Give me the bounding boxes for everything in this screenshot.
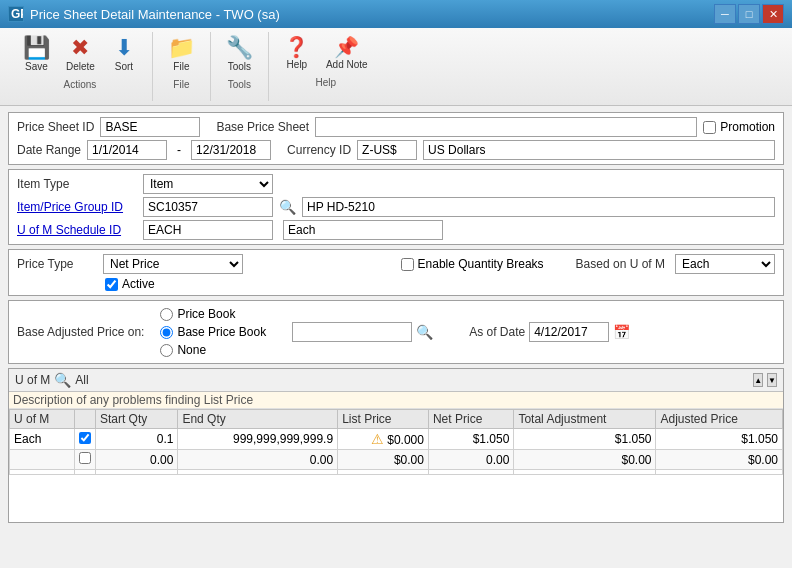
cell-uom: [10, 470, 75, 475]
cell-check: [74, 470, 95, 475]
active-label[interactable]: Active: [105, 277, 155, 291]
cell-list-price: $0.00: [338, 450, 429, 470]
col-start-qty: Start Qty: [95, 410, 177, 429]
cell-uom: [10, 450, 75, 470]
grid-all-label: All: [75, 373, 88, 387]
lookup-icon[interactable]: 🔍: [279, 199, 296, 215]
price-type-section: Price Type Net Price % of List Markup % …: [8, 249, 784, 296]
save-label: Save: [25, 61, 48, 72]
cell-list-price: ⚠ $0.000: [338, 429, 429, 450]
tools-group-label: Tools: [228, 79, 251, 90]
col-end-qty: End Qty: [178, 410, 338, 429]
sort-label: Sort: [115, 61, 133, 72]
price-type-row: Price Type Net Price % of List Markup % …: [17, 254, 775, 274]
base-price-sheet-input[interactable]: [315, 117, 697, 137]
price-book-lookup-input[interactable]: [292, 322, 412, 342]
sort-button[interactable]: ⬇ Sort: [104, 32, 144, 77]
base-price-book-radio[interactable]: [160, 326, 173, 339]
cell-check[interactable]: [74, 429, 95, 450]
window-title: Price Sheet Detail Maintenance - TWO (sa…: [30, 7, 280, 22]
save-icon: 💾: [23, 37, 50, 59]
cell-total-adj: [514, 470, 656, 475]
promotion-checkbox[interactable]: [703, 121, 716, 134]
none-radio-label[interactable]: None: [160, 343, 266, 357]
cell-adj-price: $0.00: [656, 450, 783, 470]
base-adj-radio-group: Price Book Base Price Book None: [160, 307, 266, 357]
currency-id-input[interactable]: [357, 140, 417, 160]
cell-total-adj: $0.00: [514, 450, 656, 470]
item-section: Item Type Item Price Group Item/Price Gr…: [8, 169, 784, 245]
calendar-icon[interactable]: 📅: [613, 324, 630, 340]
none-radio[interactable]: [160, 344, 173, 357]
minimize-button[interactable]: ─: [714, 4, 736, 24]
cell-check[interactable]: [74, 450, 95, 470]
header-section: Price Sheet ID Base Price Sheet Promotio…: [8, 112, 784, 165]
table-row: 0.00 0.00 $0.00 0.00 $0.00 $0.00: [10, 450, 783, 470]
price-sheet-id-label: Price Sheet ID: [17, 120, 94, 134]
item-description-input[interactable]: [302, 197, 775, 217]
data-grid: U of M Start Qty End Qty List Price Net …: [9, 409, 783, 475]
uom-schedule-desc-input[interactable]: [283, 220, 443, 240]
add-note-label: Add Note: [326, 59, 368, 70]
actions-group: 💾 Save ✖ Delete ⬇ Sort Actions: [8, 32, 153, 101]
grid-header: U of M 🔍 All ▲ ▼: [9, 369, 783, 392]
maximize-button[interactable]: □: [738, 4, 760, 24]
date-to-input[interactable]: [191, 140, 271, 160]
grid-container: Description of any problems finding List…: [9, 392, 783, 522]
tools-group: 🔧 Tools Tools: [211, 32, 269, 101]
help-group-label: Help: [315, 77, 336, 88]
grid-search-icon[interactable]: 🔍: [54, 372, 71, 388]
table-row: Each 0.1 999,999,999,999.9 ⚠ $0.000 $1.0…: [10, 429, 783, 450]
cell-start-qty: [95, 470, 177, 475]
promotion-checkbox-label[interactable]: Promotion: [703, 120, 775, 134]
as-of-date-input[interactable]: [529, 322, 609, 342]
save-button[interactable]: 💾 Save: [16, 32, 57, 77]
price-book-lookup-icon[interactable]: 🔍: [416, 324, 433, 340]
col-net-price: Net Price: [428, 410, 513, 429]
close-button[interactable]: ✕: [762, 4, 784, 24]
help-button[interactable]: ❓ Help: [277, 32, 317, 75]
add-note-button[interactable]: 📌 Add Note: [319, 32, 375, 75]
currency-name-input[interactable]: [423, 140, 775, 160]
cell-end-qty: 0.00: [178, 450, 338, 470]
col-uom: U of M: [10, 410, 75, 429]
base-adjusted-section: Base Adjusted Price on: Price Book Base …: [8, 300, 784, 364]
item-type-select[interactable]: Item Price Group: [143, 174, 273, 194]
tools-button[interactable]: 🔧 Tools: [219, 32, 260, 77]
help-icon: ❓: [284, 37, 309, 57]
delete-label: Delete: [66, 61, 95, 72]
scroll-down-btn[interactable]: ▼: [767, 373, 777, 387]
price-sheet-id-input[interactable]: [100, 117, 200, 137]
file-label: File: [173, 61, 189, 72]
enable-qty-breaks-label[interactable]: Enable Quantity Breaks: [401, 257, 544, 271]
tools-icon: 🔧: [226, 37, 253, 59]
uom-schedule-input[interactable]: [143, 220, 273, 240]
help-label: Help: [287, 59, 308, 70]
file-button[interactable]: 📁 File: [161, 32, 202, 77]
price-book-radio[interactable]: [160, 308, 173, 321]
warning-text: Description of any problems finding List…: [13, 393, 253, 407]
active-checkbox[interactable]: [105, 278, 118, 291]
toolbar: 💾 Save ✖ Delete ⬇ Sort Actions 📁 File Fi…: [0, 28, 792, 106]
item-price-group-input[interactable]: [143, 197, 273, 217]
warning-icon: ⚠: [371, 431, 384, 447]
sort-icon: ⬇: [115, 37, 133, 59]
delete-button[interactable]: ✖ Delete: [59, 32, 102, 77]
scroll-up-btn[interactable]: ▲: [753, 373, 763, 387]
base-adj-price-label: Base Adjusted Price on:: [17, 325, 144, 339]
window-controls: ─ □ ✕: [714, 4, 784, 24]
table-row: [10, 470, 783, 475]
base-price-book-radio-label[interactable]: Base Price Book: [160, 325, 266, 339]
uom-schedule-label[interactable]: U of M Schedule ID: [17, 223, 137, 237]
currency-id-label: Currency ID: [287, 143, 351, 157]
date-from-input[interactable]: [87, 140, 167, 160]
item-price-group-label[interactable]: Item/Price Group ID: [17, 200, 137, 214]
price-book-radio-label[interactable]: Price Book: [160, 307, 266, 321]
cell-uom: Each: [10, 429, 75, 450]
cell-adj-price: [656, 470, 783, 475]
based-on-uom-select[interactable]: Each: [675, 254, 775, 274]
enable-qty-breaks-checkbox[interactable]: [401, 258, 414, 271]
help-group: ❓ Help 📌 Add Note Help: [269, 32, 383, 101]
price-type-select[interactable]: Net Price % of List Markup %: [103, 254, 243, 274]
add-note-icon: 📌: [334, 37, 359, 57]
